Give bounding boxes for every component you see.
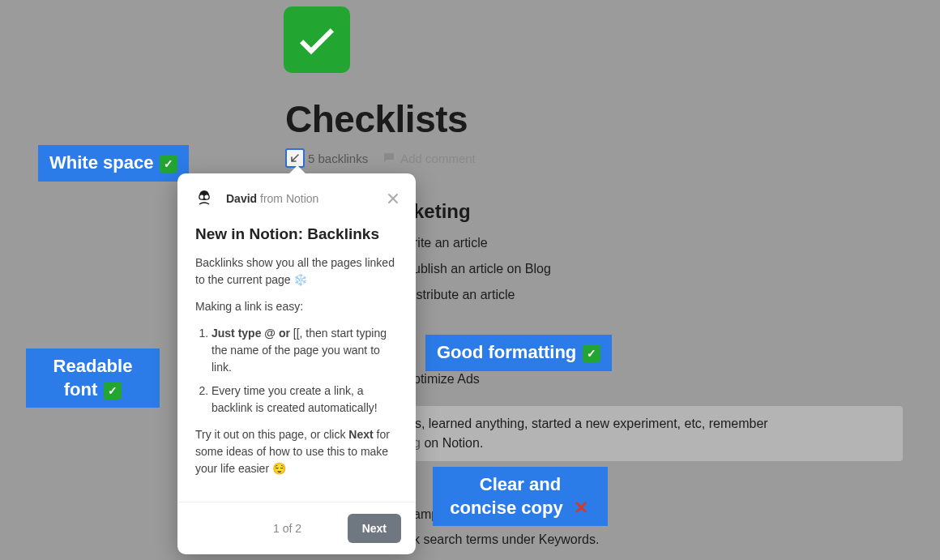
backlinks-count: 5 backlinks <box>308 152 368 165</box>
comment-icon <box>382 152 395 165</box>
popover-paragraph: Try it out on this page, or click Next f… <box>195 426 398 477</box>
checklist-item[interactable]: ptimize Ads <box>413 372 480 387</box>
svg-point-2 <box>204 195 209 199</box>
checklist-item[interactable]: rite an article <box>413 236 488 250</box>
checkmark-icon <box>294 17 340 62</box>
popover-paragraph: Backlinks show you all the pages linked … <box>195 254 398 289</box>
annotation-readable-font: Readable font ✓ <box>26 348 160 408</box>
avatar <box>192 186 216 211</box>
annotation-whitespace: White space ✓ <box>38 145 189 182</box>
close-icon <box>387 193 399 204</box>
popover-header: David from Notion <box>177 173 416 219</box>
popover-body: Backlinks show you all the pages linked … <box>177 254 416 502</box>
checklist-item[interactable]: ublish an article on Blog <box>413 262 551 276</box>
popover-step: Just type @ or [[, then start typing the… <box>212 325 398 376</box>
onboarding-popover: David from Notion New in Notion: Backlin… <box>177 173 416 554</box>
backlinks-button[interactable]: 5 backlinks <box>285 148 368 168</box>
x-icon: ✕ <box>571 499 591 519</box>
annotation-clear-copy: Clear andconcise copy ✕ <box>433 467 608 526</box>
check-icon: ✓ <box>104 382 122 400</box>
page-title[interactable]: Checklists <box>285 97 468 141</box>
annotation-good-formatting: Good formatting ✓ <box>425 335 612 371</box>
close-button[interactable] <box>385 190 401 207</box>
add-comment-label: Add comment <box>400 152 476 165</box>
avatar-icon <box>192 186 216 211</box>
page-meta-row: 5 backlinks Add comment <box>285 148 476 168</box>
section-marketing-heading[interactable]: keting <box>413 200 471 223</box>
popover-footer: 1 of 2 Next <box>177 502 416 554</box>
step-indicator: 1 of 2 <box>273 522 301 535</box>
popover-author: David from Notion <box>226 192 318 205</box>
popover-paragraph: Making a link is easy: <box>195 298 398 315</box>
popover-title: New in Notion: Backlinks <box>177 219 416 254</box>
check-icon: ✓ <box>583 344 600 362</box>
popover-step: Every time you create a link, a backlink… <box>212 383 398 417</box>
add-comment-button[interactable]: Add comment <box>382 152 476 165</box>
backlink-arrow-icon <box>285 148 305 168</box>
checklist-item[interactable]: istribute an article <box>413 288 515 302</box>
text-keywords[interactable]: k search terms under Keywords. <box>413 532 599 547</box>
callout-text: on Notion. <box>421 436 483 450</box>
check-icon: ✓ <box>160 155 177 173</box>
page-icon[interactable] <box>284 6 350 73</box>
next-button[interactable]: Next <box>348 514 401 543</box>
